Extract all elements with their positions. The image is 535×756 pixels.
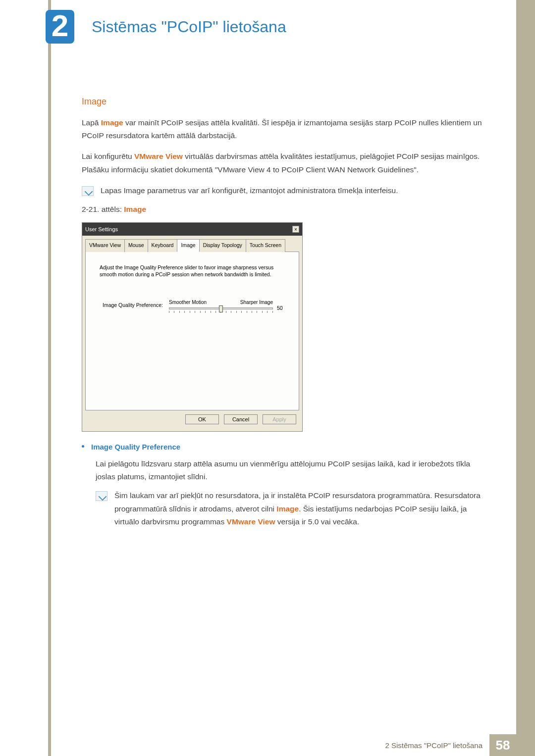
tab-mouse[interactable]: Mouse [124, 239, 148, 252]
bullet-dot-icon [82, 445, 84, 448]
ok-button[interactable]: OK [185, 414, 219, 424]
note-2: Šim laukam var arī piekļūt no resursdato… [96, 489, 483, 528]
cancel-button[interactable]: Cancel [224, 414, 258, 424]
p1-a: Lapā [82, 118, 101, 127]
close-icon[interactable]: × [292, 226, 299, 233]
chapter-number-badge: 2 [46, 10, 74, 44]
bullet-item: Image Quality Preference [82, 441, 483, 454]
dialog-body: VMware View Mouse Keyboard Image Display… [82, 236, 302, 431]
note2-e: versija ir 5.0 vai vecāka. [275, 517, 359, 526]
slider-right-label: Sharper Image [240, 298, 273, 306]
footer-right-stripe [516, 734, 535, 756]
p2-a: Lai konfigurētu [82, 152, 134, 160]
figure-caption-name: Image [124, 205, 146, 213]
page-footer: 2 Sistēmas "PCoIP" lietošana 58 [0, 734, 535, 756]
apply-button: Apply [263, 414, 296, 424]
dialog-titlebar: User Settings × [82, 223, 302, 236]
note2-image-accent: Image [276, 504, 299, 513]
tabs-row: VMware View Mouse Keyboard Image Display… [85, 239, 299, 252]
user-settings-dialog: User Settings × VMware View Mouse Keyboa… [82, 222, 303, 432]
slider-row: Image Quality Preference: Smoother Motio… [96, 298, 289, 313]
chapter-title: Sistēmas "PCoIP" lietošana [92, 18, 286, 36]
tab-pane-image: Adjust the Image Quality Preference slid… [85, 252, 299, 410]
figure-caption-prefix: 2-21. attēls: [82, 205, 124, 213]
slider-thumb[interactable] [219, 305, 223, 312]
footer-chapter-label: 2 Sistēmas "PCoIP" lietošana [385, 734, 489, 756]
p2-vmware-accent: VMware View [134, 152, 183, 160]
page-right-stripe [516, 0, 535, 756]
dialog-help-text: Adjust the Image Quality Preference slid… [100, 264, 285, 278]
note2-vmware-accent: VMware View [227, 517, 275, 526]
tab-vmware-view[interactable]: VMware View [85, 239, 125, 252]
tab-touch-screen[interactable]: Touch Screen [246, 239, 285, 252]
bullet-body: Lai pielāgotu līdzsvaru starp attēla asu… [96, 457, 483, 484]
tab-display-topology[interactable]: Display Topology [199, 239, 246, 252]
slider-label: Image Quality Preference: [96, 301, 165, 310]
p1-c: var mainīt PCoIP sesijas attēla kvalitāt… [82, 118, 482, 140]
section-heading: Image [82, 94, 483, 109]
p1-image-accent: Image [101, 118, 123, 127]
dialog-title-text: User Settings [85, 225, 118, 234]
slider-box: Smoother Motion Sharper Image [169, 298, 273, 313]
tab-image[interactable]: Image [177, 239, 199, 252]
note-icon [96, 491, 107, 501]
note-icon [82, 186, 94, 196]
slider-value: 50 [277, 298, 289, 313]
note-1: Lapas Image parametrus var arī konfigurē… [82, 184, 483, 197]
slider-left-label: Smoother Motion [169, 298, 207, 306]
page-left-stripe [48, 0, 51, 756]
paragraph-1: Lapā Image var mainīt PCoIP sesijas attē… [82, 116, 483, 143]
note-1-text: Lapas Image parametrus var arī konfigurē… [101, 184, 483, 197]
tab-keyboard[interactable]: Keyboard [148, 239, 178, 252]
figure-caption: 2-21. attēls: Image [82, 203, 483, 216]
footer-page-number: 58 [489, 734, 516, 756]
paragraph-2: Lai konfigurētu VMware View virtuālās da… [82, 150, 483, 176]
page-content: Image Lapā Image var mainīt PCoIP sesija… [82, 94, 483, 534]
image-quality-slider[interactable] [169, 307, 273, 309]
bullet-title: Image Quality Preference [91, 441, 180, 454]
note-2-text: Šim laukam var arī piekļūt no resursdato… [114, 489, 483, 528]
dialog-buttons: OK Cancel Apply [85, 410, 299, 428]
